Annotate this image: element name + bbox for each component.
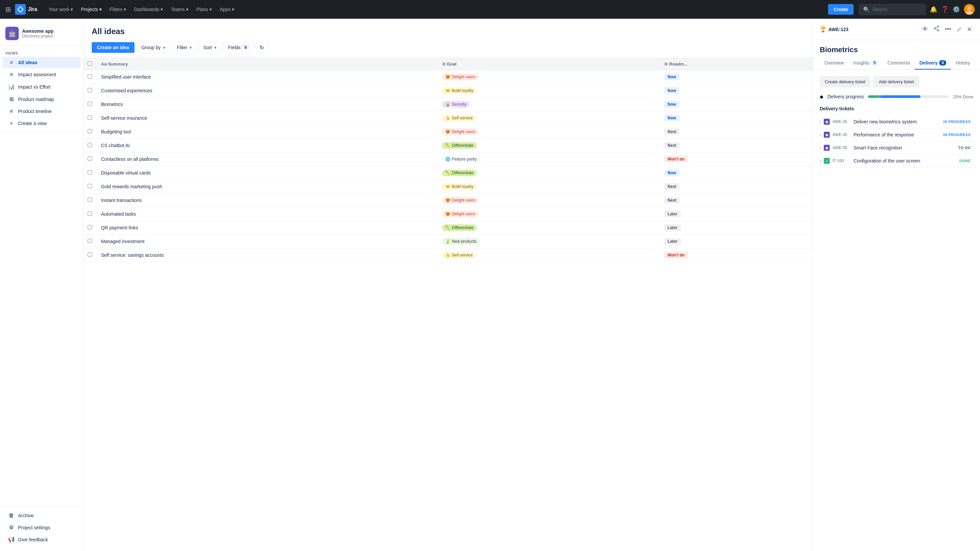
- idea-name[interactable]: Biometrics: [101, 102, 123, 107]
- row-checkbox[interactable]: [88, 252, 92, 257]
- tab-insights[interactable]: Insights 5: [848, 57, 883, 70]
- idea-name-cell: Budgeting tool: [97, 125, 438, 139]
- goal-icon: ✏️: [445, 143, 450, 148]
- idea-name[interactable]: Simplified user interface: [101, 74, 151, 79]
- idea-name[interactable]: Customised experiences: [101, 88, 152, 93]
- nav-apps[interactable]: Apps ▾: [216, 5, 237, 14]
- row-checkbox[interactable]: [88, 129, 92, 133]
- idea-name[interactable]: Disposable virtual cards: [101, 170, 151, 176]
- row-checkbox[interactable]: [88, 74, 92, 79]
- close-button[interactable]: ✕: [966, 24, 973, 35]
- goal-tag[interactable]: ✏️ Differentiate: [442, 224, 477, 231]
- sidebar-item-product-timeline[interactable]: ≡ Product timeline: [3, 106, 81, 117]
- goal-icon: 👆: [445, 253, 450, 257]
- ticket-name: Configuration of the user screen: [854, 158, 954, 164]
- row-checkbox[interactable]: [88, 239, 92, 243]
- nav-dashboards[interactable]: Dashboards ▾: [131, 5, 166, 14]
- row-checkbox[interactable]: [88, 156, 92, 161]
- nav-teams[interactable]: Teams ▾: [168, 5, 192, 14]
- add-delivery-ticket-button[interactable]: Add delivery ticket: [873, 76, 919, 87]
- goal-tag[interactable]: 🌐 Feature parity: [442, 156, 480, 162]
- more-options-button[interactable]: •••: [943, 24, 953, 34]
- row-checkbox[interactable]: [88, 88, 92, 92]
- ticket-row[interactable]: › ✓ IT-100 Configuration of the user scr…: [820, 154, 973, 168]
- goal-tag[interactable]: 😍 Delight users: [442, 73, 479, 80]
- refresh-button[interactable]: ↻: [256, 41, 268, 54]
- goal-tag[interactable]: ✏️ Differentiate: [442, 170, 477, 176]
- sidebar-item-create-view[interactable]: + Create a view: [3, 118, 81, 129]
- ticket-row[interactable]: › ◆ AWE-45 Deliver new biometrics system…: [820, 115, 973, 129]
- fields-button[interactable]: Fields 6: [224, 42, 253, 53]
- select-all-checkbox[interactable]: [88, 61, 92, 65]
- jira-logo[interactable]: Jira: [15, 4, 37, 15]
- nav-projects[interactable]: Projects ▾: [78, 5, 105, 14]
- sort-button[interactable]: Sort +: [199, 42, 221, 53]
- row-checkbox[interactable]: [88, 115, 92, 120]
- idea-name[interactable]: QR payment links: [101, 225, 138, 230]
- nav-plans[interactable]: Plans ▾: [193, 5, 215, 14]
- idea-name[interactable]: Automated tasks: [101, 211, 136, 217]
- search-box[interactable]: 🔍: [859, 4, 926, 15]
- settings-icon[interactable]: ⚙️: [953, 6, 960, 13]
- goal-tag[interactable]: 👆 Self service: [442, 115, 476, 121]
- row-checkbox[interactable]: [88, 225, 92, 229]
- avatar[interactable]: [964, 4, 975, 15]
- svg-point-5: [934, 28, 935, 29]
- grid-icon[interactable]: ⊞: [5, 5, 11, 13]
- goal-tag[interactable]: 🤝 Build loyalty: [442, 183, 477, 190]
- create-button[interactable]: Create: [828, 4, 854, 15]
- filter-button[interactable]: Filter +: [173, 42, 196, 53]
- row-checkbox[interactable]: [88, 102, 92, 106]
- sidebar-item-archive[interactable]: 🗑 Archive: [3, 510, 81, 521]
- watch-button[interactable]: 👁: [921, 24, 929, 34]
- row-checkbox[interactable]: [88, 198, 92, 202]
- tab-overview[interactable]: Overview: [820, 57, 848, 70]
- sidebar-item-impact-assessment[interactable]: ≡ Impact assesment: [3, 69, 81, 80]
- idea-name[interactable]: Instant transactions: [101, 198, 142, 203]
- ticket-row[interactable]: › ◆ AWE-45 Performance of the response I…: [820, 129, 973, 141]
- idea-name[interactable]: Managed investment: [101, 239, 145, 244]
- nav-your-work[interactable]: Your work ▾: [45, 5, 76, 14]
- goal-tag[interactable]: 😍 Delight users: [442, 211, 479, 218]
- bell-icon[interactable]: 🔔: [930, 6, 937, 13]
- sidebar-item-impact-effort[interactable]: 📊 Impact vs Effort: [3, 81, 81, 93]
- goal-tag[interactable]: 👆 Self service: [442, 252, 476, 259]
- goal-tag[interactable]: 🤝 Build loyalty: [442, 87, 477, 94]
- idea-name[interactable]: CS chatbot AI: [101, 143, 130, 148]
- nav-filters[interactable]: Filters ▾: [107, 5, 129, 14]
- row-checkbox[interactable]: [88, 211, 92, 216]
- search-input[interactable]: [873, 7, 921, 12]
- sidebar-item-project-settings[interactable]: ⚙ Project settings: [3, 522, 81, 533]
- goal-tag[interactable]: 🔒 Security: [442, 101, 470, 108]
- idea-name[interactable]: Self-service insurance: [101, 115, 147, 121]
- project-header[interactable]: 🤖 Awesome app Discovery project: [0, 24, 83, 46]
- group-by-button[interactable]: Group by +: [137, 42, 170, 53]
- goal-tag[interactable]: ✏️ Differentiate: [442, 142, 477, 149]
- idea-name[interactable]: Self service: savings accounts: [101, 252, 164, 258]
- sidebar-item-all-ideas[interactable]: ≡ All ideas: [3, 57, 81, 68]
- tab-comments[interactable]: Comments: [883, 57, 915, 70]
- row-checkbox[interactable]: [88, 143, 92, 147]
- goal-tag[interactable]: 😍 Delight users: [442, 129, 479, 135]
- expand-button[interactable]: ⤢: [955, 24, 963, 35]
- tab-delivery[interactable]: Delivery 8: [915, 57, 951, 70]
- idea-name[interactable]: Gold rewards marketing push: [101, 184, 162, 189]
- idea-name[interactable]: Contactless on all platforms: [101, 156, 159, 162]
- ticket-id: AWE-45: [832, 119, 851, 124]
- create-delivery-ticket-button[interactable]: Create delivery ticket: [820, 76, 870, 87]
- detail-header: 🏆 AWE-123 👁 ••• ⤢ ✕: [813, 19, 980, 40]
- help-icon[interactable]: ❓: [941, 6, 948, 13]
- goal-tag[interactable]: 💡 New products: [442, 238, 480, 245]
- ticket-row[interactable]: › ◆ AWE-55 Smart Face recognition TO DO: [820, 141, 973, 154]
- sidebar-item-feedback[interactable]: 📢 Give feedback: [3, 534, 81, 545]
- idea-name[interactable]: Budgeting tool: [101, 129, 131, 134]
- tab-history[interactable]: History: [951, 57, 975, 70]
- list-icon: ≡: [8, 71, 15, 78]
- create-idea-button[interactable]: Create an idea: [92, 42, 135, 53]
- goal-tag[interactable]: 😍 Delight users: [442, 197, 479, 203]
- goal-cell: 🌐 Feature parity: [438, 152, 660, 166]
- share-button[interactable]: [932, 24, 941, 35]
- row-checkbox[interactable]: [88, 170, 92, 175]
- sidebar-item-product-roadmap[interactable]: ⊞ Product roadmap: [3, 93, 81, 105]
- row-checkbox[interactable]: [88, 184, 92, 188]
